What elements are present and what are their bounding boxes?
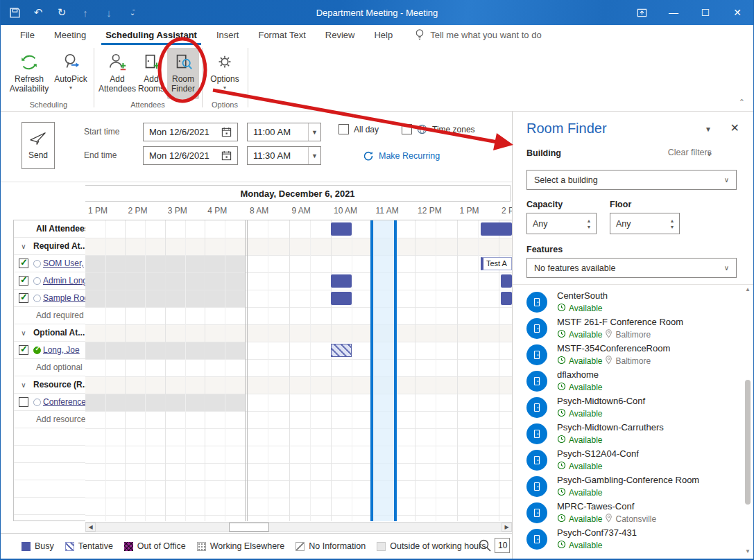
room-name[interactable]: Psych-Midtown-Carruthers [557,422,664,432]
options-dropdown-icon[interactable]: ▾ [223,85,226,91]
collapse-ribbon-icon[interactable]: ⌃ [739,98,745,107]
ribbon-display-options-button[interactable] [626,0,658,25]
room-item-dflaxhome[interactable]: dflaxhomeAvailable [526,369,735,396]
panel-menu-chevron-icon[interactable]: ▼ [705,125,712,133]
tab-meeting[interactable]: Meeting [44,25,96,45]
start-time-field[interactable]: 11:00 AM ▼ [247,123,321,141]
attendee-checkbox[interactable] [19,276,28,286]
customize-qat-icon[interactable]: ⌄̄ [126,6,139,19]
room-finder-button[interactable]: Room Finder [167,48,199,99]
close-button[interactable]: ✕ [721,0,753,25]
room-item-mprc-tawes-conf[interactable]: MPRC-Tawes-ConfAvailableCatonsville [526,501,735,527]
room-name[interactable]: CenterSouth [557,290,608,301]
features-dropdown[interactable]: No features available ∨ [526,258,737,278]
end-date-field[interactable]: Mon 12/6/2021 [143,146,238,165]
make-recurring-link[interactable]: Make Recurring [363,150,440,161]
zoom-icon[interactable] [478,539,492,552]
busy-block[interactable] [501,274,512,288]
attendee-name-link[interactable]: SOM User, [43,259,84,268]
room-item-psych-gambling-conference-room[interactable]: Psych-Gambling-Conference RoomAvailable [526,475,735,501]
capacity-spinner[interactable]: Any ▲▼ [526,213,597,234]
selected-time-range[interactable] [370,220,397,521]
busy-block[interactable] [331,292,352,305]
zoom-level-input[interactable]: 10 [495,538,510,553]
add-rooms-button[interactable]: Add Rooms [135,48,167,99]
scrollbar-thumb[interactable] [229,523,269,532]
room-scrollbar-thumb[interactable] [745,380,751,505]
attendee-row-conference[interactable]: Conference [14,394,85,411]
floor-up-icon[interactable]: ▲ [670,218,675,223]
maximize-button[interactable]: ☐ [689,0,721,25]
scroll-down-icon[interactable]: ▼ [744,548,752,557]
room-name[interactable]: Psych-Conf737-431 [557,527,637,538]
attendee-row-add-resource[interactable]: Add resource [14,411,85,428]
filters-collapse-chevron-icon[interactable]: ∨ [707,150,712,157]
add-attendee-cell[interactable]: Add required [14,310,84,320]
end-time-dropdown-icon[interactable]: ▼ [308,147,320,164]
scroll-left-arrow[interactable]: ◀ [85,523,96,532]
room-name[interactable]: Psych-Gambling-Conference Room [557,475,699,485]
room-item-psych-midtown6-conf[interactable]: Psych-Midtown6-ConfAvailable [526,396,735,422]
undo-icon[interactable]: ↶ [31,6,45,19]
room-name[interactable]: MSTF 261-F Conference Room [557,317,683,327]
floor-spinner[interactable]: Any ▲▼ [610,213,680,234]
autopick-button[interactable]: AutoPick ▾ [51,48,91,99]
tab-insert[interactable]: Insert [207,25,249,45]
room-name[interactable]: dflaxhome [557,369,599,380]
room-name[interactable]: Psych-S12A04-Conf [557,448,639,459]
add-attendee-cell[interactable]: Add resource [14,414,85,424]
room-list-scrollbar[interactable]: ▲ ▼ [744,286,752,557]
clear-filters-link[interactable]: Clear filters [668,148,712,157]
panel-close-icon[interactable]: ✕ [730,121,739,134]
calendar-icon[interactable] [221,127,232,137]
attendee-checkbox[interactable] [19,293,28,303]
attendee-row-add-optional[interactable]: Add optional [14,359,85,376]
tentative-block[interactable] [331,344,352,357]
room-item-mstf-354conferenceroom[interactable]: MSTF-354ConferenceRoomAvailableBaltimore [526,343,735,369]
busy-block[interactable] [331,274,352,288]
tab-scheduling-assistant[interactable]: Scheduling Assistant [96,25,207,45]
time-zones-checkbox[interactable] [402,124,412,134]
attendee-name-link[interactable]: Conference [43,397,85,407]
calendar-icon[interactable] [221,150,232,161]
collapse-chevron-icon[interactable]: ∨ [14,329,33,337]
appointment-block[interactable]: Test A [481,257,512,270]
scroll-right-arrow[interactable]: ▶ [502,523,512,532]
room-name[interactable]: MPRC-Tawes-Conf [557,501,634,511]
refresh-availability-button[interactable]: Refresh Availability [9,48,49,99]
room-item-mstf-261-f-conference-room[interactable]: MSTF 261-F Conference RoomAvailableBalti… [526,317,735,343]
room-name[interactable]: MSTF-354ConferenceRoom [557,343,670,353]
move-up-icon[interactable]: ↑ [78,6,92,19]
start-time-dropdown-icon[interactable]: ▼ [308,123,320,141]
attendee-checkbox[interactable] [19,397,28,407]
tab-file[interactable]: File [10,25,44,45]
collapse-chevron-icon[interactable]: ∨ [14,381,33,389]
move-down-icon[interactable]: ↓ [102,6,116,19]
tab-format-text[interactable]: Format Text [248,25,315,45]
building-dropdown[interactable]: Select a building ∨ [526,170,737,190]
attendee-row-add-required[interactable]: Add required [14,307,85,324]
attendee-row-sample-roo[interactable]: Sample Roo [14,290,85,307]
busy-block[interactable] [481,222,512,236]
attendee-name-link[interactable]: Sample Roo [43,293,85,303]
end-time-field[interactable]: 11:30 AM ▼ [247,146,321,165]
send-button[interactable]: Send [22,122,55,169]
free-busy-grid[interactable]: Test A [85,220,512,521]
autopick-dropdown-icon[interactable]: ▾ [69,85,72,91]
attendee-name-link[interactable]: Long, Joe [43,345,80,355]
room-item-psych-conf737-431[interactable]: Psych-Conf737-431Available [526,527,735,554]
floor-down-icon[interactable]: ▼ [670,225,675,229]
collapse-chevron-icon[interactable]: ∨ [14,243,33,250]
minimize-button[interactable]: — [658,0,689,25]
busy-block[interactable] [501,292,512,305]
scroll-up-icon[interactable]: ▲ [744,286,752,295]
attendee-name-link[interactable]: Admin Long [43,276,85,286]
tab-review[interactable]: Review [316,25,365,45]
all-day-checkbox[interactable] [339,124,349,134]
room-list[interactable]: CenterSouthAvailableMSTF 261-F Conferenc… [513,285,754,559]
redo-icon[interactable]: ↻ [55,6,69,19]
start-date-field[interactable]: Mon 12/6/2021 [143,123,238,141]
capacity-up-icon[interactable]: ▲ [587,218,592,223]
tab-help[interactable]: Help [364,25,402,45]
attendee-row-admin-long[interactable]: Admin Long [14,272,85,290]
